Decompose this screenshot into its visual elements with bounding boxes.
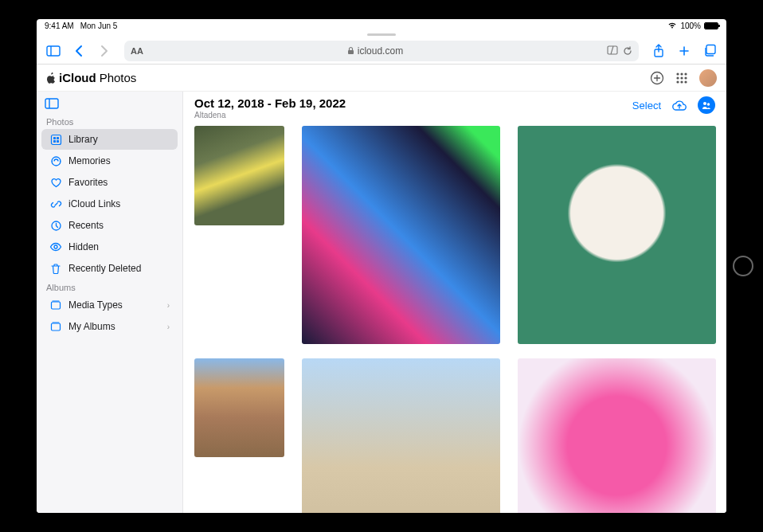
url-text: icloud.com	[358, 45, 403, 57]
lock-icon	[347, 46, 354, 55]
account-avatar[interactable]	[699, 69, 717, 87]
upload-icon[interactable]	[671, 96, 688, 114]
sidebar-section-photos: Photos	[37, 114, 182, 128]
sidebar-toggle-icon[interactable]	[43, 41, 64, 61]
photo-thumbnail[interactable]	[194, 358, 284, 458]
photo-thumbnail[interactable]	[518, 358, 716, 513]
album-icon	[49, 320, 62, 333]
svg-rect-18	[51, 135, 61, 144]
new-tab-icon[interactable]	[674, 41, 695, 61]
tabs-icon[interactable]	[699, 41, 720, 61]
photo-thumbnail[interactable]	[518, 126, 716, 344]
sidebar-label: Memories	[68, 155, 111, 166]
photo-thumbnail[interactable]	[302, 126, 500, 344]
sidebar-label: Recently Deleted	[68, 263, 141, 274]
safari-toolbar: AA icloud.com	[37, 37, 726, 65]
reload-icon[interactable]	[623, 45, 632, 56]
select-button[interactable]: Select	[632, 100, 661, 111]
sidebar-collapse-icon[interactable]	[37, 96, 182, 114]
reader-aa-icon[interactable]: AA	[131, 46, 143, 56]
sidebar-label: Media Types	[68, 299, 123, 311]
svg-point-31	[707, 103, 710, 105]
status-bar: 9:41 AM Mon Jun 5 100%	[37, 19, 726, 32]
app-brand: iCloud	[59, 71, 96, 84]
svg-point-10	[676, 76, 679, 79]
photos-library-icon	[49, 133, 62, 146]
apps-grid-icon[interactable]	[675, 72, 688, 84]
photo-thumbnail[interactable]	[302, 358, 500, 513]
multitask-handle[interactable]	[367, 33, 396, 36]
svg-point-23	[52, 157, 61, 166]
svg-rect-0	[47, 46, 60, 56]
wifi-icon	[667, 22, 677, 29]
trash-icon	[49, 262, 62, 275]
chevron-right-icon: ›	[167, 323, 170, 331]
date-range-title: Oct 12, 2018 - Feb 19, 2022	[194, 96, 346, 110]
share-icon[interactable]	[648, 41, 669, 61]
back-button[interactable]	[68, 41, 89, 61]
clock: 9:41 AM	[45, 22, 74, 30]
sidebar-label: iCloud Links	[68, 198, 120, 209]
album-icon	[49, 299, 62, 311]
forward-button	[94, 41, 115, 61]
memories-icon	[49, 155, 62, 167]
sidebar-item-library[interactable]: Library	[41, 129, 178, 150]
sidebar-item-favorites[interactable]: Favorites	[41, 172, 178, 193]
chevron-right-icon: ›	[167, 301, 170, 310]
app-header: iCloud Photos	[37, 65, 726, 92]
sidebar: Photos Library Memories Favorites iCloud…	[37, 92, 183, 513]
svg-point-8	[680, 72, 683, 75]
photo-thumbnail[interactable]	[194, 126, 284, 225]
battery-percent: 100%	[680, 22, 701, 30]
address-bar[interactable]: AA icloud.com	[124, 41, 639, 61]
svg-rect-5	[706, 45, 715, 54]
svg-point-11	[680, 76, 683, 79]
svg-rect-20	[57, 137, 59, 139]
svg-point-14	[680, 80, 683, 83]
shared-library-icon[interactable]	[698, 96, 715, 114]
sidebar-item-recently-deleted[interactable]: Recently Deleted	[41, 258, 178, 279]
sidebar-label: My Albums	[68, 321, 115, 332]
sidebar-label: Recents	[68, 220, 104, 231]
sidebar-item-media-types[interactable]: Media Types ›	[41, 295, 178, 315]
sidebar-item-hidden[interactable]: Hidden	[41, 237, 178, 257]
battery-icon	[704, 22, 718, 29]
sidebar-label: Hidden	[68, 241, 99, 252]
apple-logo-icon	[46, 72, 56, 84]
svg-rect-21	[53, 140, 56, 143]
location-subtitle: Altadena	[194, 111, 346, 119]
link-icon	[49, 198, 62, 210]
svg-point-15	[684, 80, 687, 83]
svg-rect-19	[53, 137, 56, 139]
svg-point-9	[684, 72, 687, 75]
svg-point-25	[54, 245, 57, 248]
date: Mon Jun 5	[80, 22, 118, 30]
sidebar-label: Library	[68, 134, 98, 145]
sidebar-item-memories[interactable]: Memories	[41, 151, 178, 171]
sidebar-item-my-albums[interactable]: My Albums ›	[41, 316, 178, 337]
heart-icon	[49, 176, 62, 189]
eye-slash-icon	[49, 241, 62, 253]
photo-grid[interactable]: HDR	[183, 123, 726, 513]
svg-point-30	[703, 102, 706, 105]
add-icon[interactable]	[650, 71, 664, 85]
svg-point-7	[676, 72, 679, 75]
sidebar-label: Favorites	[68, 177, 108, 188]
svg-rect-28	[52, 323, 61, 331]
main-content: Oct 12, 2018 - Feb 19, 2022 Altadena Sel…	[183, 92, 726, 513]
sidebar-item-icloud-links[interactable]: iCloud Links	[41, 194, 178, 214]
sidebar-section-albums: Albums	[37, 280, 182, 294]
svg-rect-2	[348, 50, 354, 54]
clock-icon	[49, 219, 62, 232]
sidebar-item-recents[interactable]: Recents	[41, 215, 178, 236]
svg-rect-16	[45, 99, 58, 108]
home-button[interactable]	[733, 256, 753, 276]
translate-icon[interactable]	[607, 45, 618, 55]
svg-point-12	[684, 76, 687, 79]
svg-point-13	[676, 80, 679, 83]
svg-rect-22	[57, 140, 59, 143]
app-section: Photos	[100, 71, 137, 84]
svg-rect-26	[52, 302, 61, 309]
